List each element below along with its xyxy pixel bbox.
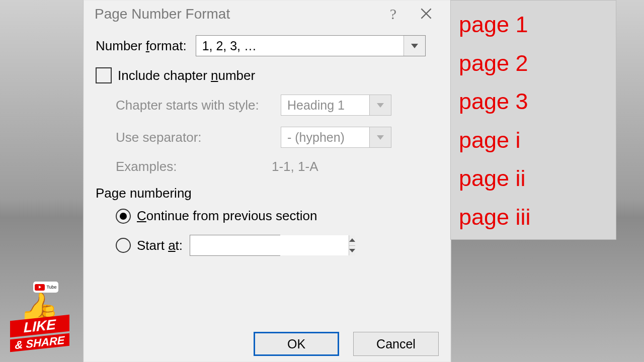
start-at-label: Start at: bbox=[137, 238, 183, 253]
examples-value: 1-1, 1-A bbox=[272, 159, 318, 174]
triangle-up-icon bbox=[349, 238, 355, 242]
chevron-down-icon bbox=[377, 135, 384, 140]
number-format-label: Number format: bbox=[96, 38, 187, 54]
spinner-up-button[interactable] bbox=[349, 235, 355, 246]
start-at-radio[interactable] bbox=[116, 238, 131, 253]
page-number-format-dialog: Page Number Format ? Number format: 1, 2… bbox=[83, 0, 451, 362]
close-icon bbox=[421, 8, 432, 19]
annotation-line: page 3 bbox=[459, 82, 608, 121]
include-chapter-checkbox[interactable] bbox=[96, 67, 112, 83]
play-icon bbox=[35, 284, 45, 291]
continue-label: Continue from previous section bbox=[137, 208, 317, 224]
chevron-down-icon bbox=[377, 103, 384, 108]
use-separator-label: Use separator: bbox=[116, 130, 272, 145]
chapter-starts-label: Chapter starts with style: bbox=[116, 98, 272, 113]
start-at-input[interactable] bbox=[190, 235, 349, 255]
help-button[interactable]: ? bbox=[378, 4, 409, 25]
annotation-line: page 1 bbox=[459, 6, 608, 44]
annotation-panel: page 1 page 2 page 3 page i page ii page… bbox=[450, 0, 616, 240]
annotation-line: page iii bbox=[459, 198, 608, 237]
triangle-down-icon bbox=[349, 249, 355, 252]
cancel-button[interactable]: Cancel bbox=[353, 332, 439, 356]
like-share-badge: Tube 👍 LIKE & SHARE bbox=[10, 282, 75, 357]
number-format-value: 1, 2, 3, … bbox=[196, 39, 404, 53]
annotation-line: page ii bbox=[459, 159, 608, 198]
chevron-down-icon bbox=[411, 44, 418, 48]
annotation-line: page 2 bbox=[459, 44, 608, 83]
spinner-down-button[interactable] bbox=[349, 246, 355, 256]
number-format-combo[interactable]: 1, 2, 3, … bbox=[196, 35, 426, 56]
page-numbering-group-label: Page numbering bbox=[96, 186, 439, 201]
examples-label: Examples: bbox=[116, 159, 272, 174]
chapter-starts-combo: Heading 1 bbox=[281, 95, 391, 116]
ok-button[interactable]: OK bbox=[254, 332, 339, 356]
dialog-title: Page Number Format bbox=[95, 6, 230, 22]
number-format-dropdown-button[interactable] bbox=[404, 36, 425, 56]
annotation-line: page i bbox=[459, 121, 608, 160]
include-chapter-label: Include chapter number bbox=[118, 68, 255, 83]
start-at-spinner[interactable] bbox=[190, 235, 280, 256]
continue-radio[interactable] bbox=[116, 209, 131, 224]
titlebar: Page Number Format ? bbox=[84, 0, 451, 28]
close-button[interactable] bbox=[409, 4, 444, 25]
use-separator-combo: - (hyphen) bbox=[281, 127, 391, 148]
